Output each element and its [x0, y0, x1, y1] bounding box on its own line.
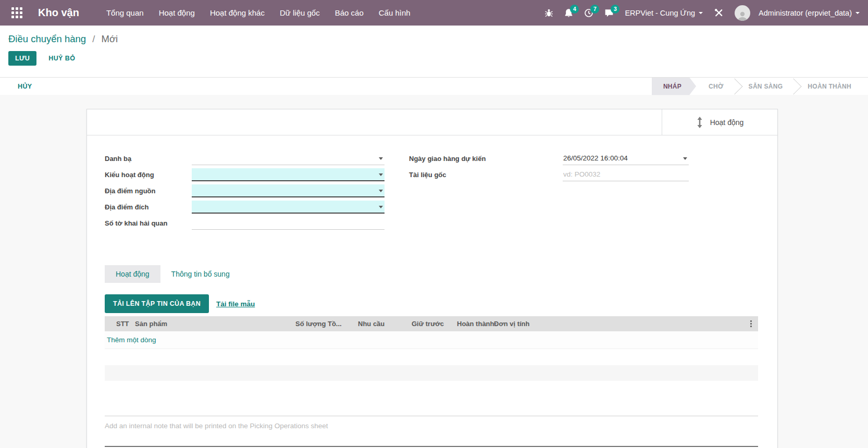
company-switcher[interactable]: ERPViet - Cung Ứng [625, 9, 703, 17]
avatar [735, 5, 750, 21]
form-view-background: Hoạt động Danh bạ Kiểu hoạt động [0, 95, 868, 448]
column-header-done: Hoàn thành [457, 320, 494, 328]
debug-button[interactable] [544, 8, 553, 18]
column-header-demand: Nhu cầu [358, 320, 412, 328]
field-row-source-location: Địa điểm nguồn [105, 183, 385, 199]
form-sheet: Hoạt động Danh bạ Kiểu hoạt động [86, 109, 778, 448]
customs-declaration-input[interactable] [192, 217, 385, 230]
menu-item-operations[interactable]: Hoạt động [159, 8, 195, 17]
table-header-row: STT Sản phẩm Số lượng Tồ... Nhu cầu Giữ … [105, 316, 758, 331]
menu-item-other-operations[interactable]: Hoạt động khác [210, 8, 265, 17]
empty-section-band [105, 365, 758, 381]
column-header-stt: STT [105, 320, 135, 328]
stage-pipeline: NHÁP CHỜ SẴN SÀNG HOÀN THÀNH [652, 78, 868, 95]
operation-type-input[interactable] [192, 168, 385, 181]
field-label: Địa điểm nguồn [105, 187, 192, 195]
app-title[interactable]: Kho vận [38, 7, 79, 19]
systray: 4 7 3 ERPViet - Cung Ứng [544, 5, 860, 21]
bug-icon [544, 8, 553, 18]
button-box-row: Hoạt động [87, 109, 777, 135]
add-line-link[interactable]: Thêm một dòng [105, 336, 156, 344]
column-header-reserved: Giữ trước [412, 320, 457, 328]
menu-item-master-data[interactable]: Dữ liệu gốc [280, 8, 320, 17]
tab-operations[interactable]: Hoạt động [105, 265, 160, 283]
field-label: Kiểu hoạt động [105, 171, 192, 179]
field-row-partner: Danh bạ [105, 151, 385, 167]
field-label: Số tờ khai hải quan [105, 219, 192, 227]
menu-item-reporting[interactable]: Báo cáo [335, 8, 364, 17]
table-row: Thêm một dòng [105, 331, 758, 349]
control-panel-buttons: LƯU HUỶ BỎ [8, 51, 860, 66]
upload-file-button[interactable]: TẢI LÊN TẬP TIN CỦA BẠN [105, 294, 209, 313]
caret-down-icon [699, 12, 703, 14]
activities-count-badge: 7 [590, 5, 599, 14]
main-menu: Tổng quan Hoạt động Hoạt động khác Dữ li… [106, 8, 411, 17]
stage-done[interactable]: HOÀN THÀNH [797, 78, 862, 95]
field-row-source-document: Tài liệu gốc [409, 167, 689, 183]
column-header-product: Sản phẩm [135, 320, 295, 328]
menu-item-overview[interactable]: Tổng quan [106, 8, 144, 17]
field-label: Địa điểm đích [105, 203, 192, 211]
activities-button[interactable]: 7 [584, 8, 593, 18]
upload-row: TẢI LÊN TẬP TIN CỦA BẠN Tải file mẫu [87, 294, 777, 313]
caret-down-icon [855, 12, 860, 14]
breadcrumb: Điều chuyển hàng / Mới [8, 33, 860, 45]
button-box-label: Hoạt động [710, 118, 744, 127]
top-navbar: Kho vận Tổng quan Hoạt động Hoạt động kh… [0, 0, 868, 26]
breadcrumb-separator: / [92, 33, 95, 44]
cancel-button[interactable]: HỦY [15, 82, 35, 91]
breadcrumb-current: Mới [102, 33, 118, 44]
internal-note-area[interactable]: Add an internal note that will be printe… [105, 416, 758, 430]
company-name: ERPViet - Cung Ứng [625, 9, 695, 17]
section-divider [105, 446, 758, 447]
form-fields: Danh bạ Kiểu hoạt động Địa điểm nguồn [87, 135, 777, 231]
user-menu[interactable]: Administrator (erpviet_data) [735, 5, 860, 21]
internal-note-placeholder: Add an internal note that will be printe… [105, 422, 328, 430]
field-row-destination-location: Địa điểm đích [105, 199, 385, 215]
field-label: Tài liệu gốc [409, 171, 563, 179]
source-document-input[interactable] [563, 168, 689, 181]
menu-item-configuration[interactable]: Cấu hình [379, 8, 411, 17]
messages-button[interactable]: 3 [604, 8, 614, 18]
discard-button[interactable]: HUỶ BỎ [45, 54, 78, 63]
messages-count-badge: 3 [611, 5, 619, 14]
notebook-tabs: Hoạt động Thông tin bổ sung [87, 265, 777, 283]
apps-menu-button[interactable] [8, 4, 26, 22]
field-row-operation-type: Kiểu hoạt động [105, 167, 385, 183]
field-label: Ngày giao hàng dự kiến [409, 155, 563, 163]
field-label: Danh bạ [105, 155, 192, 163]
tools-button[interactable] [714, 8, 724, 18]
status-bar: HỦY NHÁP CHỜ SẴN SÀNG HOÀN THÀNH [0, 77, 868, 95]
apps-grid-icon [11, 7, 22, 18]
user-name: Administrator (erpviet_data) [759, 9, 852, 17]
optional-columns-icon[interactable] [747, 320, 758, 327]
destination-location-input[interactable] [192, 201, 385, 214]
notifications-button[interactable]: 4 [564, 8, 573, 18]
scheduled-date-input[interactable] [563, 152, 689, 165]
detailed-operations-button[interactable]: Hoạt động [662, 109, 777, 135]
control-panel: Điều chuyển hàng / Mới LƯU HUỶ BỎ [0, 26, 868, 77]
wrench-icon [714, 8, 724, 18]
download-template-link[interactable]: Tải file mẫu [216, 300, 255, 308]
stage-draft[interactable]: NHÁP [652, 78, 696, 95]
tab-additional-info[interactable]: Thông tin bổ sung [160, 265, 241, 283]
operations-table: STT Sản phẩm Số lượng Tồ... Nhu cầu Giữ … [105, 316, 758, 349]
column-header-uom: Đơn vị tính [494, 320, 747, 328]
up-down-arrows-icon [696, 117, 703, 128]
notifications-count-badge: 4 [570, 5, 579, 14]
breadcrumb-parent-link[interactable]: Điều chuyển hàng [8, 33, 86, 44]
form-right-column: Ngày giao hàng dự kiến Tài liệu gốc [409, 151, 689, 231]
column-header-onhand-qty: Số lượng Tồ... [295, 320, 358, 328]
field-row-customs-declaration: Số tờ khai hải quan [105, 215, 385, 231]
field-row-scheduled-date: Ngày giao hàng dự kiến [409, 151, 689, 167]
partner-input[interactable] [192, 152, 385, 165]
source-location-input[interactable] [192, 184, 385, 197]
form-left-column: Danh bạ Kiểu hoạt động Địa điểm nguồn [105, 151, 385, 231]
save-button[interactable]: LƯU [8, 51, 36, 66]
